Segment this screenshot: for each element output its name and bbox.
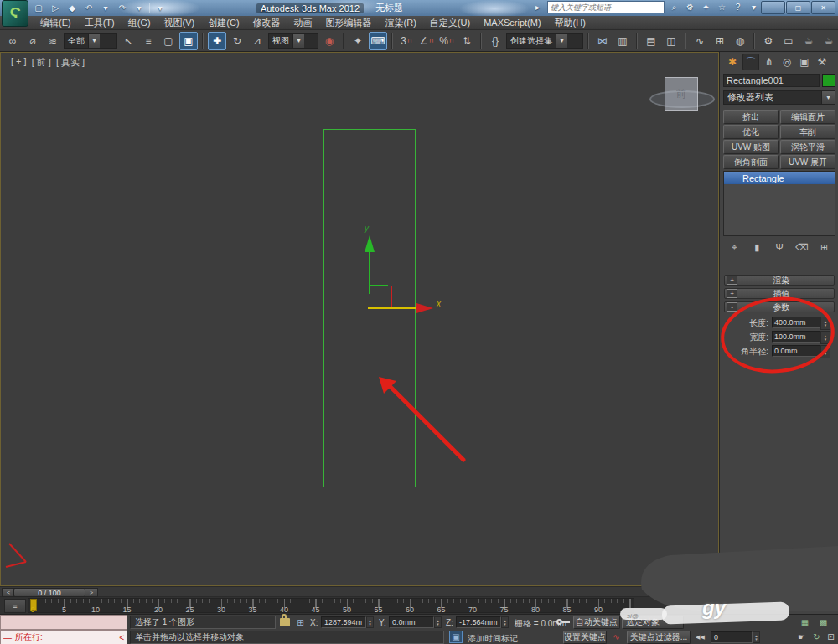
mirror-icon[interactable]: ⋈ bbox=[593, 32, 612, 50]
y-coord-spinner[interactable]: ▴▾ bbox=[434, 616, 442, 628]
spinner-snap-toggle-icon[interactable]: ⇅ bbox=[458, 32, 476, 50]
length-spinner[interactable]: ▴▾ bbox=[820, 317, 830, 330]
width-field[interactable]: 100.0mm bbox=[772, 331, 820, 343]
tab-hierarchy-icon[interactable]: ⋔ bbox=[762, 54, 777, 70]
object-color-swatch[interactable] bbox=[822, 74, 835, 87]
x-coord-field[interactable]: 1287.594m bbox=[321, 616, 366, 628]
modifier-stack[interactable]: Rectangle bbox=[723, 171, 835, 236]
z-coord-field[interactable]: -17.564mm bbox=[456, 616, 501, 628]
align-icon[interactable]: ▥ bbox=[613, 32, 632, 50]
zoom-extents-icon[interactable]: ▦ bbox=[798, 616, 812, 629]
save-file-icon[interactable]: ◆ bbox=[65, 2, 79, 14]
zoom-region-icon[interactable] bbox=[761, 631, 775, 643]
rollout-expand-icon[interactable]: + bbox=[727, 289, 737, 298]
gizmo-x-arrowhead[interactable] bbox=[416, 303, 433, 313]
search-go-icon[interactable]: ▸ bbox=[531, 2, 544, 13]
remove-modifier-icon[interactable]: ⌫ bbox=[794, 242, 810, 253]
modifier-list-dropdown[interactable]: 修改器列表 ▾ bbox=[723, 90, 835, 105]
window-crossing-toggle-icon[interactable]: ▣ bbox=[179, 32, 198, 50]
named-selection-caret-icon[interactable]: ▾ bbox=[556, 34, 567, 48]
app-logo[interactable]: Ϛ bbox=[2, 0, 28, 27]
time-slider-next-icon[interactable]: > bbox=[85, 588, 98, 597]
menu-tools[interactable]: 工具(T) bbox=[78, 17, 122, 29]
menu-animation[interactable]: 动画 bbox=[287, 17, 319, 29]
help-icon[interactable]: ? bbox=[732, 2, 744, 13]
spin-down-icon[interactable]: ▾ bbox=[369, 622, 371, 626]
corner-radius-spinner[interactable]: ▴▾ bbox=[820, 345, 830, 358]
set-key-button[interactable]: 设置关键点 bbox=[563, 631, 607, 644]
use-pivot-center-icon[interactable]: ◉ bbox=[320, 32, 339, 50]
selection-filter-caret-icon[interactable]: ▾ bbox=[88, 34, 100, 48]
listener-expand-icon[interactable]: < bbox=[119, 633, 124, 642]
rollout-expand-icon[interactable]: + bbox=[727, 276, 737, 285]
rollout-interpolation[interactable]: + 插值 bbox=[724, 288, 835, 299]
named-selection-sets-dropdown[interactable]: 创建选择集 ▾ bbox=[506, 33, 583, 49]
tab-utilities-icon[interactable]: ⚒ bbox=[815, 54, 830, 70]
communication-center-icon[interactable]: ✦ bbox=[700, 2, 712, 13]
spin-down-icon[interactable]: ▾ bbox=[755, 637, 758, 641]
front-viewport[interactable]: [ + ] [ 前 ] [ 真实 ] 前 y x bbox=[0, 52, 719, 586]
modifier-button-edit-patch[interactable]: 编辑面片 bbox=[780, 110, 835, 124]
material-editor-icon[interactable]: ◍ bbox=[731, 32, 749, 50]
width-spinner[interactable]: ▴▾ bbox=[820, 331, 830, 344]
x-coord-spinner[interactable]: ▴▾ bbox=[366, 616, 374, 628]
keyboard-shortcut-override-icon[interactable]: ⌨ bbox=[369, 32, 387, 50]
layer-manager-icon[interactable]: ▤ bbox=[642, 32, 660, 50]
open-file-icon[interactable]: ▷ bbox=[49, 2, 62, 14]
menu-group[interactable]: 组(G) bbox=[122, 17, 158, 29]
current-frame-field[interactable]: 0 bbox=[711, 631, 753, 643]
maximize-viewport-toggle-icon[interactable]: ⊡ bbox=[824, 631, 838, 643]
select-object-icon[interactable]: ↖ bbox=[119, 32, 137, 50]
configure-modifier-sets-icon[interactable]: ⊞ bbox=[817, 242, 832, 253]
tab-create-icon[interactable]: ✱ bbox=[725, 54, 740, 70]
rendered-frame-window-icon[interactable]: ▭ bbox=[779, 32, 798, 50]
viewcube[interactable]: 前 bbox=[665, 77, 698, 111]
percent-snap-toggle-icon[interactable]: %∪ bbox=[437, 32, 456, 50]
select-by-name-icon[interactable]: ≡ bbox=[139, 32, 158, 50]
angle-snap-toggle-icon[interactable]: ∠∪ bbox=[417, 32, 436, 50]
rectangular-selection-region-icon[interactable]: ▢ bbox=[159, 32, 178, 50]
select-and-link-icon[interactable]: ∞ bbox=[3, 32, 22, 50]
viewport-pov-menu[interactable]: [ 前 ] bbox=[32, 56, 51, 69]
subscription-icon[interactable]: ⚙ bbox=[684, 2, 696, 13]
menu-modifiers[interactable]: 修改器 bbox=[246, 17, 287, 29]
menu-customize[interactable]: 自定义(U) bbox=[423, 17, 477, 29]
isolate-selection-icon[interactable]: ▣ bbox=[449, 631, 463, 643]
menu-edit[interactable]: 编辑(E) bbox=[34, 17, 78, 29]
show-end-result-icon[interactable]: ▮ bbox=[749, 242, 764, 253]
viewport-general-menu[interactable]: [ + ] bbox=[11, 56, 27, 69]
orbit-icon[interactable]: ↻ bbox=[810, 631, 824, 643]
selection-filter-dropdown[interactable]: 全部 ▾ bbox=[64, 33, 117, 49]
new-key-default-in-out-tangents-icon[interactable]: ∿ bbox=[609, 631, 623, 643]
modifier-button-turbosmooth[interactable]: 涡轮平滑 bbox=[780, 140, 835, 154]
time-slider-handle[interactable]: 0 / 100 bbox=[13, 588, 85, 597]
trackbar-ruler[interactable]: 051015202530354045505560657075808590 bbox=[28, 598, 634, 613]
modifier-list-caret-icon[interactable]: ▾ bbox=[821, 91, 835, 104]
graphite-modeling-icon[interactable]: ◫ bbox=[662, 32, 680, 50]
modifier-button-unwrap-uvw[interactable]: UVW 展开 bbox=[780, 155, 835, 169]
select-and-rotate-icon[interactable]: ↻ bbox=[228, 32, 246, 50]
modifier-button-extrude[interactable]: 挤出 bbox=[723, 110, 779, 124]
auto-key-button[interactable]: 自动关键点 bbox=[573, 616, 620, 629]
menu-maxscript[interactable]: MAXScript(M) bbox=[477, 18, 547, 28]
curve-editor-icon[interactable]: ∿ bbox=[691, 32, 709, 50]
pan-view-icon[interactable]: ☛ bbox=[794, 631, 809, 643]
open-mini-curve-editor-icon[interactable]: ≡ bbox=[4, 599, 26, 613]
rollout-parameters[interactable]: - 参数 bbox=[724, 301, 835, 312]
go-to-start-icon[interactable]: ◀◀ bbox=[693, 631, 707, 643]
menu-views[interactable]: 视图(V) bbox=[158, 17, 202, 29]
select-and-move-icon[interactable]: ✚ bbox=[208, 32, 226, 50]
render-production-icon[interactable]: ☕ bbox=[799, 32, 818, 50]
maxscript-listener-line[interactable]: — 所在行: < bbox=[0, 630, 127, 644]
key-filters-button[interactable]: 关键点过滤器... bbox=[627, 631, 691, 644]
select-and-manipulate-icon[interactable]: ✦ bbox=[349, 32, 367, 50]
time-slider[interactable]: < 0 / 100 > bbox=[0, 586, 717, 597]
bind-to-space-warp-icon[interactable]: ≋ bbox=[44, 32, 62, 50]
spin-down-icon[interactable]: ▾ bbox=[825, 323, 827, 327]
modifier-button-uvw-map[interactable]: UVW 贴图 bbox=[723, 140, 779, 154]
absolute-mode-transform-icon[interactable]: ⊞ bbox=[293, 616, 308, 629]
menu-graph-editors[interactable]: 图形编辑器 bbox=[319, 17, 379, 29]
spin-down-icon[interactable]: ▾ bbox=[825, 337, 827, 341]
spin-down-icon[interactable]: ▾ bbox=[437, 622, 439, 626]
make-unique-icon[interactable]: Ψ bbox=[772, 242, 787, 252]
